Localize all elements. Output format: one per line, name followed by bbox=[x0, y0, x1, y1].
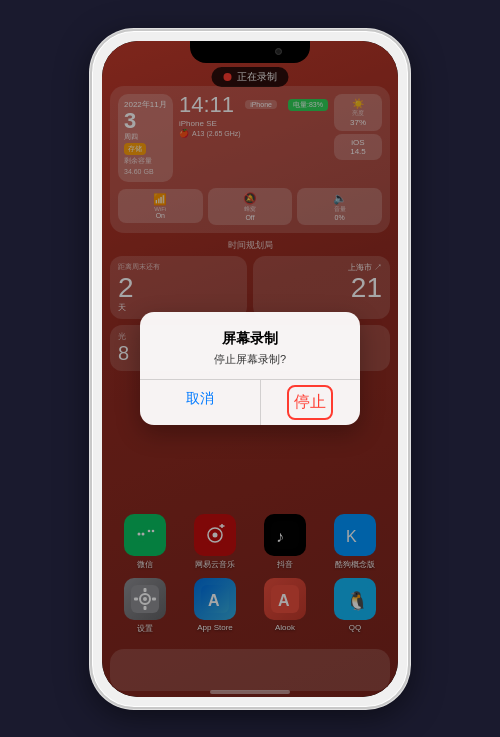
dialog-content: 屏幕录制 停止屏幕录制? bbox=[140, 312, 360, 379]
dialog-buttons: 取消 停止 bbox=[140, 379, 360, 425]
phone-frame: 正在录制 2022年11月 3 周四 存储 剩余容量 34.60 GB bbox=[90, 29, 410, 709]
cancel-button[interactable]: 取消 bbox=[140, 380, 261, 425]
stop-button[interactable]: 停止 bbox=[287, 385, 333, 420]
notch bbox=[190, 41, 310, 63]
front-camera bbox=[275, 48, 282, 55]
mute-button[interactable] bbox=[90, 131, 92, 159]
dialog-message: 停止屏幕录制? bbox=[156, 352, 344, 367]
dialog-overlay: 屏幕录制 停止屏幕录制? 取消 停止 bbox=[102, 41, 398, 697]
dialog-title: 屏幕录制 bbox=[156, 330, 344, 348]
phone-inner: 正在录制 2022年11月 3 周四 存储 剩余容量 34.60 GB bbox=[102, 41, 398, 697]
screen: 正在录制 2022年11月 3 周四 存储 剩余容量 34.60 GB bbox=[102, 41, 398, 697]
stop-button-wrap: 停止 bbox=[261, 380, 361, 425]
volume-up-button[interactable] bbox=[90, 171, 92, 213]
stop-recording-dialog: 屏幕录制 停止屏幕录制? 取消 停止 bbox=[140, 312, 360, 425]
volume-down-button[interactable] bbox=[90, 225, 92, 267]
power-button[interactable] bbox=[408, 151, 410, 199]
